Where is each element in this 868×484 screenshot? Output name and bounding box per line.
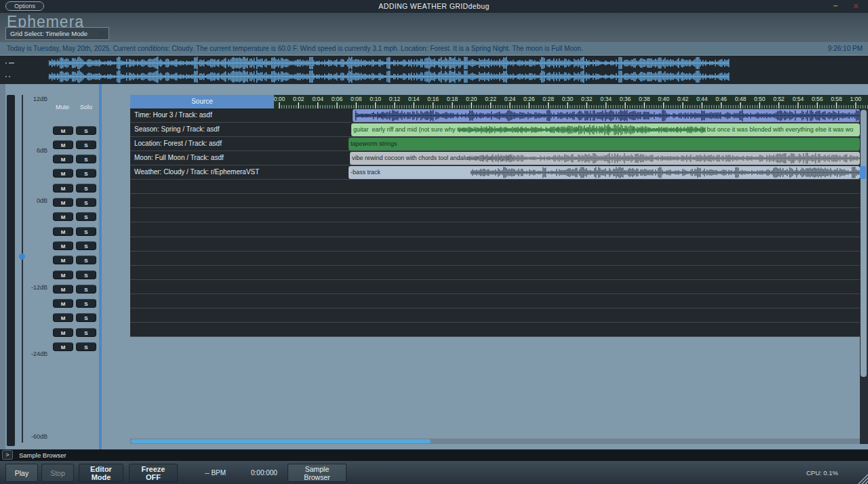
ruler-time-label: 0:54 [788,96,808,102]
timeline-grid-row[interactable] [274,194,860,208]
audio-clip-3[interactable]: tapeworm strings [349,138,860,150]
audio-clip-4[interactable]: vibe rewind cocoon with chords tool anda… [350,152,860,165]
audio-clip-2[interactable]: guitar early riff and mid (not sure why … [351,123,860,136]
track-row-empty[interactable] [130,180,274,194]
track-row-empty[interactable] [130,294,274,308]
vertical-scrollbar-thumb[interactable] [861,110,867,377]
solo-button-ch6[interactable]: S [76,198,96,207]
sample-browser-expand-button[interactable]: > [2,450,13,460]
timeline-ruler[interactable]: 0:000:020:040:060:080:100:120:140:160:18… [274,95,868,108]
mute-button-ch5[interactable]: M [53,184,73,193]
clip-label: -bass track [351,166,859,179]
timeline-grid-row[interactable] [274,294,860,308]
track-row-empty[interactable] [130,280,274,294]
track-row-empty[interactable] [130,222,274,237]
timeline-grid-row[interactable] [274,180,860,194]
ruler-time-label: 0:20 [461,96,481,102]
track-row-empty[interactable] [130,208,274,222]
ruler-time-label: 0:40 [654,96,674,102]
freeze-button[interactable]: Freeze OFF [129,464,178,482]
ruler-time-label: 0:36 [615,96,635,102]
track-row-empty[interactable] [130,237,274,251]
ruler-time-label: 0:04 [308,96,328,102]
source-column-header: Source [130,95,274,108]
solo-button-ch7[interactable]: S [76,212,96,221]
solo-button-ch10[interactable]: S [76,256,96,264]
mute-button-ch4[interactable]: M [53,169,73,178]
ruler-time-label: 0:18 [442,96,462,102]
sample-browser-button[interactable]: Sample Browser [288,464,347,482]
ruler-time-label: 1:02 [865,96,868,102]
mute-button-ch16[interactable]: M [53,342,73,351]
solo-button-ch1[interactable]: S [76,126,96,135]
solo-button-ch14[interactable]: S [76,313,96,322]
mute-button-ch3[interactable]: M [53,155,73,163]
timeline-grid-row[interactable] [274,280,860,294]
audio-clip-5[interactable]: -bass track [349,166,860,179]
ruler-time-label: 0:00 [274,96,290,102]
solo-button-ch9[interactable]: S [76,241,96,250]
timeline-grid-row[interactable] [274,222,860,237]
solo-button-ch8[interactable]: S [76,227,96,236]
mute-button-ch8[interactable]: M [53,227,73,236]
mixer-divider [99,84,102,449]
mute-button-ch15[interactable]: M [53,328,73,337]
track-row-empty[interactable] [130,251,274,266]
solo-button-ch15[interactable]: S [76,328,96,337]
timeline-grid-row[interactable] [274,237,860,251]
track-row-empty[interactable] [130,308,274,323]
track-row-empty[interactable] [130,194,274,208]
overview-waveform[interactable] [0,56,868,84]
track-row-source-1[interactable]: Time: Hour 3 / Track: asdf [130,108,274,123]
resize-grip-icon[interactable] [856,472,868,484]
mute-button-ch1[interactable]: M [53,126,73,135]
track-row-empty[interactable] [130,323,274,337]
solo-button-ch3[interactable]: S [76,155,96,163]
clip-edge-handle[interactable] [860,166,866,179]
overview-channel-marker [5,76,7,77]
timeline-grid-row[interactable] [274,266,860,280]
ruler-time-label: 0:56 [807,96,827,102]
mute-button-ch9[interactable]: M [53,241,73,250]
overview-channel-marker [5,62,7,64]
solo-button-ch12[interactable]: S [76,285,96,294]
solo-button-ch13[interactable]: S [76,299,96,308]
editor-mode-button[interactable]: Editor Mode [79,464,123,482]
db-scale-label: 6dB [16,147,47,154]
ruler-time-label: 0:22 [481,96,501,102]
solo-button-ch4[interactable]: S [76,169,96,178]
solo-button-ch5[interactable]: S [76,184,96,193]
mute-button-ch10[interactable]: M [53,256,73,264]
stop-button[interactable]: Stop [41,464,74,482]
solo-button-ch2[interactable]: S [76,140,96,149]
close-icon[interactable]: ✕ [850,0,861,13]
timeline-grid-row[interactable] [274,208,860,222]
track-row-source-4[interactable]: Moon: Full Moon / Track: asdf [130,151,274,165]
track-row-empty[interactable] [130,266,274,280]
track-row-source-5[interactable]: Weather: Cloudy / Track: r/EphemeraVST [130,165,274,180]
horizontal-scrollbar-thumb[interactable] [131,439,431,443]
db-scale-label: -24dB [16,350,47,357]
minimize-icon[interactable]: – [830,0,841,13]
play-button[interactable]: Play [5,464,38,482]
mute-button-ch13[interactable]: M [53,299,73,308]
mute-button-ch2[interactable]: M [53,140,73,149]
grid-select-dropdown[interactable]: Grid Select: Timeline Mode [5,27,109,40]
mute-button-ch12[interactable]: M [53,285,73,294]
solo-button-ch16[interactable]: S [76,342,96,351]
ruler-time-label: 0:50 [749,96,770,102]
mute-button-ch11[interactable]: M [53,270,73,279]
solo-button-ch11[interactable]: S [76,270,96,279]
ruler-time-label: 0:08 [346,96,366,102]
mute-button-ch6[interactable]: M [53,198,73,207]
timeline-grid-row[interactable] [274,323,860,337]
chevron-down-icon [97,32,105,37]
timeline-grid-row[interactable] [274,251,860,266]
mute-button-ch7[interactable]: M [53,212,73,221]
track-row-source-2[interactable]: Season: Spring / Track: asdf [130,123,274,137]
track-row-source-3[interactable]: Location: Forest / Track: asdf [130,137,274,151]
audio-clip-1[interactable]: Drum Track [353,109,860,122]
mute-button-ch14[interactable]: M [53,313,73,322]
master-fader-handle[interactable] [19,254,25,260]
timeline-grid-row[interactable] [274,308,860,323]
